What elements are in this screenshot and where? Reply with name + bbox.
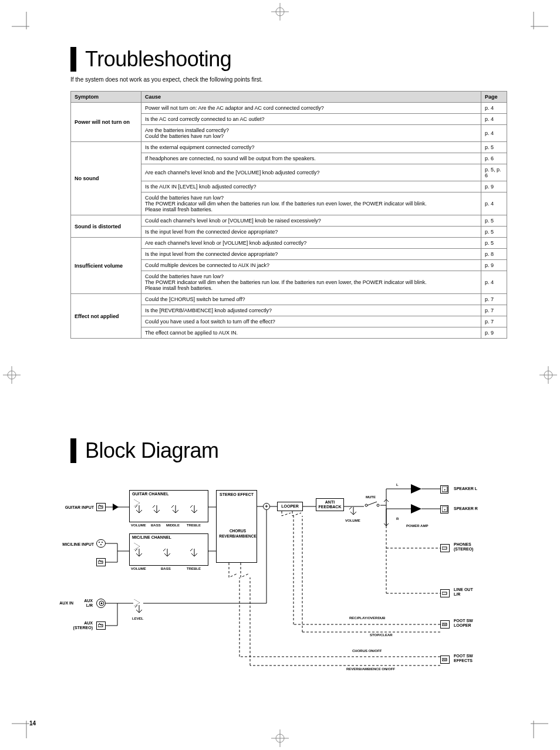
cause-cell: Could the [CHORUS] switch be turned off? (141, 294, 481, 305)
page-cell: p. 6 (481, 153, 507, 164)
page-cell: p. 9 (481, 181, 507, 192)
cause-cell: Could each channel's level knob or [VOLU… (141, 215, 481, 227)
cause-cell: Could the batteries have run low? The PO… (141, 192, 481, 215)
cause-cell: Are the batteries installed correctly? C… (141, 125, 481, 142)
page-cell: p. 4 (481, 125, 507, 142)
registration-mark (3, 366, 21, 384)
page-cell: p. 5 (481, 142, 507, 153)
cause-cell: Is the [REVERB/AMBIENCE] knob adjusted c… (141, 305, 481, 316)
table-row: Sound is distortedCould each channel's l… (71, 215, 507, 227)
troubleshooting-heading: Troubleshooting (70, 47, 507, 72)
page-cell: p. 4 (481, 114, 507, 125)
th-symptom: Symptom (71, 92, 141, 103)
symptom-cell: Power will not turn on (71, 103, 141, 142)
registration-mark (271, 3, 289, 21)
page-cell: p. 5 (481, 215, 507, 227)
chorus-onoff-label: CHORUS ON/OFF (352, 649, 382, 653)
cause-cell: Power will not turn on: Are the AC adapt… (141, 103, 481, 114)
cause-cell: Are each channel's level knob or [VOLUME… (141, 238, 481, 249)
table-row: Effect not appliedCould the [CHORUS] swi… (71, 294, 507, 305)
table-row: No soundIs the external equipment connec… (71, 142, 507, 153)
block-diagram-heading: Block Diagram (70, 438, 507, 463)
page-cell: p. 5, p. 6 (481, 164, 507, 181)
symptom-cell: Sound is distorted (71, 215, 141, 238)
page-number: 14 (29, 720, 36, 727)
th-cause: Cause (141, 92, 481, 103)
page-cell: p. 4 (481, 271, 507, 294)
cause-cell: Could you have used a foot switch to tur… (141, 316, 481, 327)
cause-cell: Could the batteries have run low? The PO… (141, 271, 481, 294)
cause-cell: Is the external equipment connected corr… (141, 142, 481, 153)
page-cell: p. 8 (481, 249, 507, 260)
block-diagram: GUITAR INPUT MIC/LINE INPUT AUX IN AUX L… (59, 481, 505, 692)
cause-cell: Is the AC cord correctly connected to an… (141, 114, 481, 125)
cause-cell: Is the input level from the connected de… (141, 227, 481, 238)
page-cell: p. 4 (481, 192, 507, 215)
symptom-cell: No sound (71, 142, 141, 215)
cause-cell: Could multiple devices be connected to A… (141, 260, 481, 271)
cause-cell: Are each channel's level knob and the [V… (141, 164, 481, 181)
page-cell: p. 7 (481, 294, 507, 305)
reverb-onoff-label: REVERB/AMBIENCE ON/OFF (346, 667, 395, 671)
cause-cell: Is the AUX IN [LEVEL] knob adjusted corr… (141, 181, 481, 192)
page-cell: p. 4 (481, 103, 507, 114)
th-page: Page (481, 92, 507, 103)
table-row: Insufficient volumeAre each channel's le… (71, 238, 507, 249)
crop-mark (531, 721, 548, 738)
cause-cell: The effect cannot be applied to AUX IN. (141, 327, 481, 339)
crop-mark (12, 721, 29, 738)
page-cell: p. 9 (481, 327, 507, 339)
registration-mark (539, 366, 557, 384)
registration-mark (271, 729, 289, 747)
page-cell: p. 7 (481, 316, 507, 327)
stop-clear-label: STOP/CLEAR (370, 633, 393, 637)
symptom-cell: Effect not applied (71, 294, 141, 339)
cause-cell: Is the input level from the connected de… (141, 249, 481, 260)
page-cell: p. 5 (481, 238, 507, 249)
troubleshooting-intro: If the system does not work as you expec… (70, 76, 507, 83)
page-cell: p. 5 (481, 227, 507, 238)
crop-mark (12, 12, 29, 29)
troubleshooting-table: Symptom Cause Page Power will not turn o… (70, 91, 507, 339)
page-cell: p. 9 (481, 260, 507, 271)
rec-play-label: REC/PLAY/OVERDUB (349, 616, 385, 620)
page-cell: p. 7 (481, 305, 507, 316)
symptom-cell: Insufficient volume (71, 238, 141, 294)
crop-mark (531, 12, 548, 29)
table-row: Power will not turn onPower will not tur… (71, 103, 507, 114)
cause-cell: If headphones are connected, no sound wi… (141, 153, 481, 164)
dashed-wires (59, 481, 505, 692)
